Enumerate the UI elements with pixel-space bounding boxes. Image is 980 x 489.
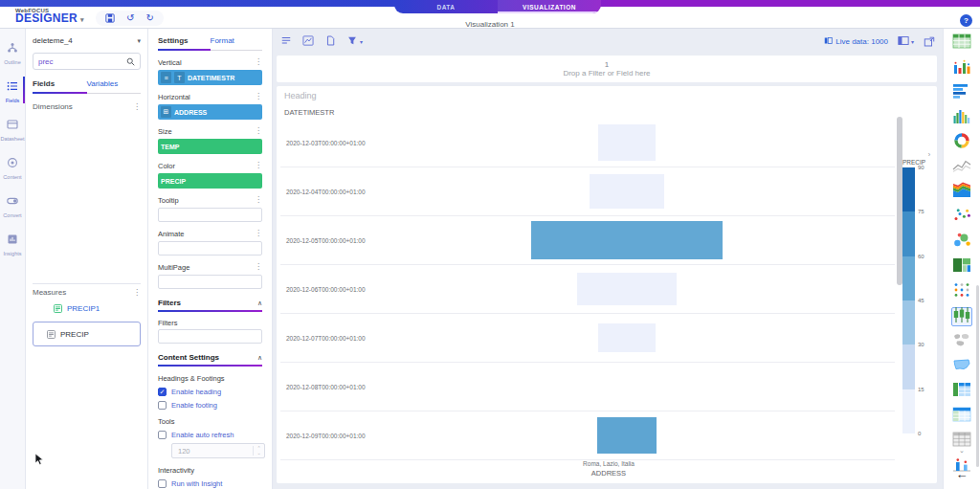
checkbox-enable-auto-refresh[interactable]: Enable auto refresh [158,431,262,439]
chart-row: 2020-12-05T00:00:00+01:00 [280,216,895,265]
matrix-bar[interactable] [531,221,723,259]
chart-type-tree-table[interactable] [951,382,972,401]
chart-type-table[interactable] [951,33,972,53]
kebab-menu-icon[interactable]: ⋮ [255,230,262,237]
data-visualization-switcher: DATAVISUALIZATION [394,0,601,13]
help-button[interactable]: ? [960,14,972,27]
table-icon [952,33,971,54]
matrix-bar[interactable] [597,417,657,454]
field-pill-temp[interactable]: TEMP [158,139,262,154]
chart-type-bar-chart[interactable] [951,58,972,78]
bucket-drop-box[interactable] [158,275,262,289]
chart-type-map[interactable] [951,332,972,351]
open-in-new-window-button[interactable] [924,36,935,47]
bucket-label: Vertical [158,58,182,67]
chart-type-grid-plain[interactable] [951,432,972,451]
heading-placeholder[interactable]: Heading [284,91,317,100]
search-input[interactable] [38,57,126,66]
measure-item-precip[interactable]: PRECIP [33,322,141,346]
field-pill-precip[interactable]: PRECIP [158,173,262,189]
row-date-label: 2020-12-08T00:00:00+01:00 [286,384,366,390]
number-stepper[interactable]: ⌃⌄ [253,446,264,456]
rail-scrollbar[interactable] [976,285,979,467]
tab-format[interactable]: Format [211,36,263,50]
field-pill-address[interactable]: ⊞ADDRESS [158,104,262,120]
auto-refresh-seconds-input[interactable]: 120⌃⌄ [171,443,265,458]
checkbox-box[interactable] [158,479,167,488]
kebab-menu-icon[interactable]: ⋮ [255,93,262,100]
checkbox-enable-footing[interactable]: Enable footing [158,401,262,410]
sidebar-item-fields[interactable]: Fields [0,75,25,113]
chart-type-line[interactable] [951,158,972,177]
sidebar-item-datasheet[interactable]: Datasheet [0,113,25,151]
y-axis-title: DATETIMESTR [284,108,334,117]
sidebar-item-insights[interactable]: Insights [0,228,25,266]
tab-variables[interactable]: Variables [87,79,142,93]
dataset-selector[interactable]: deleteme_4 ▾ [33,36,141,45]
filters-drop-box[interactable] [158,329,262,344]
sidebar-item-convert[interactable]: Convert [0,189,25,228]
summary-toolbar-button[interactable] [280,33,292,50]
top-tab-data[interactable]: DATA [394,0,498,13]
collapse-chevron-icon[interactable]: ∧ [257,354,262,362]
bucket-drop-box[interactable] [158,208,262,222]
chart-type-choropleth[interactable] [951,357,972,376]
kebab-menu-icon[interactable]: ⋮ [255,162,262,169]
live-data-button[interactable]: Live data: 1000 [824,36,888,47]
sidebar-item-outline[interactable]: Outline [0,36,25,75]
bucket-label: Horizontal [158,93,190,101]
tab-settings[interactable]: Settings [158,36,211,51]
chart-type-bubble[interactable] [951,233,972,252]
page-toolbar-button[interactable] [324,33,336,50]
row-date-label: 2020-12-05T00:00:00+01:00 [286,237,366,244]
chart-type-scatter[interactable] [951,208,972,227]
top-tab-visualization[interactable]: VISUALIZATION [498,0,601,13]
legend-ramp-segment [902,345,915,389]
matrix-bar[interactable] [598,323,656,352]
legend-expand-icon[interactable]: › [902,151,934,158]
bucket-drop-box[interactable] [158,241,262,256]
filter-toolbar-button[interactable]: ▾ [346,33,363,50]
checkbox-box[interactable] [158,431,167,439]
checkbox-enable-heading[interactable]: ✓Enable heading [158,388,262,396]
kebab-menu-icon[interactable]: ⋮ [133,103,141,111]
bucket-label: Tooltip [158,196,179,205]
matrix-bar[interactable] [590,174,664,209]
matrix-bar[interactable] [577,273,677,305]
field-search-box[interactable] [33,53,141,70]
kebab-menu-icon[interactable]: ⋮ [255,127,262,135]
collapse-chevron-icon[interactable]: ∧ [257,300,262,307]
checkbox-run-with-insight[interactable]: Run with Insight [158,479,262,488]
chart-type-combo[interactable] [951,456,972,476]
chart-type-dot-matrix[interactable] [951,282,972,301]
matrix-bar[interactable] [598,124,656,161]
kebab-menu-icon[interactable]: ⋮ [133,289,141,297]
chart-type-area[interactable] [951,183,972,202]
chart-type-treemap[interactable] [951,257,972,277]
checkbox-box[interactable] [158,401,167,410]
sidebar-item-content[interactable]: Content [0,151,25,189]
bucket-label: Color [158,162,175,170]
chart-type-boxplot[interactable] [951,307,972,326]
chart-toolbar-button[interactable] [302,33,314,50]
dimensions-label: Dimensions [33,102,73,111]
kebab-menu-icon[interactable]: ⋮ [255,263,262,271]
chart-type-data-grid[interactable] [951,407,972,426]
checkbox-label: Run with Insight [171,479,222,488]
field-pill-datetimestr[interactable]: ≡TDATETIMESTR [158,70,262,85]
measure-item-precip1[interactable]: PRECIP1 [33,297,141,320]
kebab-menu-icon[interactable]: ⋮ [255,196,262,204]
chart-type-horizontal-bar[interactable] [951,83,972,102]
canvas-toolbar-right: Live data: 1000 ▾ [824,29,935,54]
bucket-color: Color⋮PRECIP [158,160,262,189]
layout-picker-button[interactable]: ▾ [898,33,914,50]
aperture-icon [7,155,18,172]
checkbox-box[interactable]: ✓ [158,388,167,396]
kebab-menu-icon[interactable]: ⋮ [255,58,262,66]
fields-panel: deleteme_4 ▾ FieldsVariables Dimensions … [26,29,148,489]
filter-dropzone[interactable]: 1 Drop a Filter or Field here [277,56,937,82]
chart-type-donut[interactable] [951,133,972,152]
tab-fields[interactable]: Fields [33,79,87,94]
chart-type-histogram[interactable] [951,108,972,127]
filter-icon [346,33,358,50]
